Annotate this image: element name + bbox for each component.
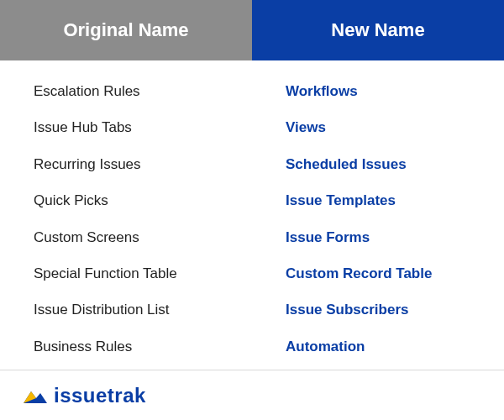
- header-new: New Name: [252, 0, 504, 60]
- original-name: Issue Hub Tabs: [0, 118, 252, 137]
- new-name: Automation: [252, 338, 504, 356]
- mapping-row: Issue Hub Tabs Views: [0, 113, 504, 142]
- issuetrak-icon: [24, 386, 47, 405]
- new-name: Custom Record Table: [252, 265, 504, 283]
- original-name: Escalation Rules: [0, 82, 252, 101]
- original-name: Custom Screens: [0, 228, 252, 247]
- mapping-row: Quick Picks Issue Templates: [0, 186, 504, 215]
- original-name: Recurring Issues: [0, 155, 252, 174]
- original-name: Issue Distribution List: [0, 301, 252, 319]
- mapping-row: Business Rules Automation: [0, 333, 504, 361]
- new-name: Views: [252, 118, 504, 137]
- mapping-row: Special Function Table Custom Record Tab…: [0, 260, 504, 288]
- brand-name: issuetrak: [54, 384, 146, 407]
- original-name: Special Function Table: [0, 265, 252, 283]
- original-name: Quick Picks: [0, 192, 252, 210]
- new-name: Issue Forms: [252, 228, 504, 247]
- new-name: Workflows: [252, 82, 504, 101]
- new-name: Issue Subscribers: [252, 301, 504, 319]
- mapping-row: Custom Screens Issue Forms: [0, 223, 504, 252]
- header-row: Original Name New Name: [0, 0, 504, 60]
- mapping-row: Recurring Issues Scheduled Issues: [0, 150, 504, 179]
- mapping-row: Issue Distribution List Issue Subscriber…: [0, 296, 504, 324]
- mapping-list: Escalation Rules Workflows Issue Hub Tab…: [0, 60, 504, 370]
- header-original: Original Name: [0, 0, 252, 60]
- new-name: Scheduled Issues: [252, 155, 504, 174]
- mapping-row: Escalation Rules Workflows: [0, 77, 504, 106]
- name-mapping-card: Original Name New Name Escalation Rules …: [0, 0, 504, 420]
- original-name: Business Rules: [0, 338, 252, 356]
- footer: issuetrak: [0, 370, 504, 420]
- brand-logo: issuetrak: [24, 384, 146, 407]
- new-name: Issue Templates: [252, 192, 504, 210]
